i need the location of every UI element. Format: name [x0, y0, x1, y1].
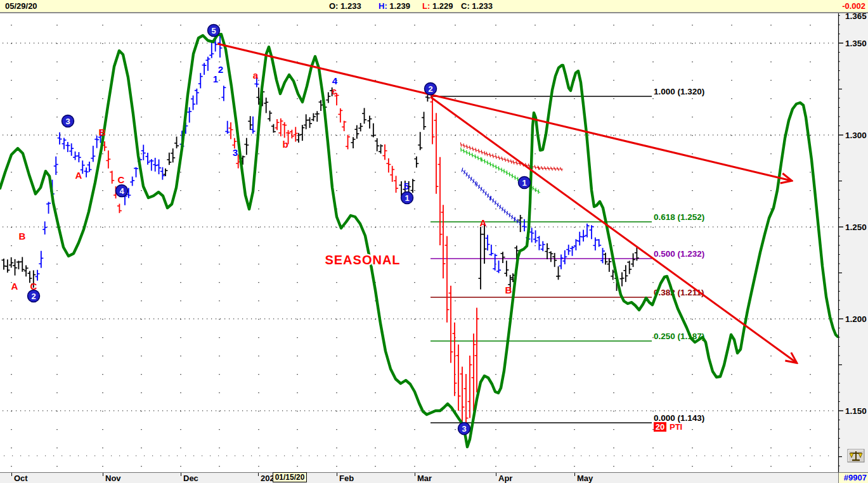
pti-value: 20	[656, 422, 664, 432]
month-label: Mar	[417, 473, 432, 483]
month-tick	[11, 473, 12, 476]
seasonal-label: SEASONAL	[325, 253, 400, 267]
month-label: Feb	[339, 473, 354, 483]
month-tick	[181, 473, 181, 476]
high-value: 1.239	[389, 1, 410, 11]
wave-letter: 1	[213, 74, 218, 84]
close-label: C:	[461, 1, 470, 11]
month-tick	[574, 473, 575, 476]
month-tick	[415, 473, 415, 476]
wave-letter: c	[332, 86, 337, 96]
month-label: Apr	[498, 473, 512, 483]
fib-label: 0.500 (1.232)	[654, 249, 704, 259]
price-tick-label: 1.300	[845, 131, 867, 140]
price-axis: 1.3501.3001.2501.2001.1501.365	[838, 11, 868, 472]
svg-text:4: 4	[119, 186, 124, 196]
top-bar: 05/29/20 O: 1.233 H: 1.239 L: 1.229 C: 1…	[0, 0, 868, 13]
svg-text:3: 3	[65, 117, 70, 126]
low-value: 1.229	[432, 1, 453, 11]
svg-text:2: 2	[31, 292, 36, 301]
svg-text:1: 1	[405, 193, 409, 203]
wave-letter: A	[480, 217, 487, 228]
wave-letter: A	[11, 281, 18, 292]
wave-letter: 3	[233, 147, 238, 158]
get-logo-button[interactable]	[848, 449, 864, 462]
wave-letter: 4	[332, 75, 338, 86]
wave-circle: 1	[519, 177, 531, 189]
crosshair-date-box[interactable]: 01/15/20	[273, 472, 307, 482]
high-label: H:	[379, 1, 387, 11]
wave-letter: B	[99, 127, 106, 138]
month-label: Nov	[105, 473, 121, 483]
wave-letter: B	[19, 231, 26, 242]
fib-label: 0.000 (1.143)	[654, 413, 704, 423]
wave-letter: b	[282, 139, 288, 150]
plot-background	[0, 13, 868, 472]
chart-window: 05/29/20 O: 1.233 H: 1.239 L: 1.229 C: 1…	[0, 0, 868, 483]
close-value: 1.233	[472, 1, 493, 11]
ohlc-low: L: 1.229	[422, 1, 453, 11]
open-label: O:	[329, 1, 338, 11]
month-label: Oct	[14, 473, 28, 483]
wave-letter: C	[118, 174, 125, 185]
pti-label: PTI	[670, 422, 682, 432]
price-tick-label: 1.350	[845, 39, 867, 48]
wave-circle: 2	[28, 290, 40, 302]
month-tick	[337, 473, 337, 476]
chart-canvas[interactable]: 1.000 (1.320)0.618 (1.252)0.500 (1.232)0…	[0, 0, 868, 483]
price-tick-label: 1.200	[845, 314, 867, 324]
ohlc-open: O: 1.233	[329, 1, 361, 11]
wave-letter: A	[75, 170, 82, 181]
cursor-date: 05/29/20	[5, 1, 37, 11]
wave-circle: 5	[208, 25, 220, 37]
net-change-value: -0.002	[842, 1, 865, 11]
price-tick-label: 1.250	[845, 222, 867, 232]
month-label: Dec	[183, 473, 198, 483]
wave-circle: 3	[62, 115, 74, 127]
low-label: L:	[422, 1, 430, 11]
fib-label: 0.618 (1.252)	[654, 212, 704, 222]
svg-text:2: 2	[428, 84, 432, 94]
ohlc-close: C: 1.233	[461, 1, 493, 11]
status-contract-panel: #9907	[838, 472, 868, 483]
svg-text:5: 5	[211, 26, 216, 35]
wave-circle: 2	[425, 83, 437, 95]
month-tick	[496, 473, 496, 476]
wave-circle: 3	[458, 423, 470, 435]
month-label: May	[577, 473, 593, 483]
contract-number: #9907	[844, 473, 867, 482]
price-tick-label: 1.150	[845, 406, 867, 416]
wave-circle: 1	[401, 192, 413, 204]
open-value: 1.233	[340, 1, 361, 11]
month-tick	[103, 473, 103, 476]
ohlc-high: H: 1.239	[379, 1, 410, 11]
fib-label: 1.000 (1.320)	[654, 87, 704, 96]
wave-letter: B	[505, 285, 512, 295]
month-tick	[258, 473, 259, 476]
svg-text:3: 3	[462, 424, 466, 434]
wave-letter: 5	[404, 181, 409, 191]
wave-circle: 4	[116, 185, 128, 197]
wave-letter: a	[253, 70, 259, 80]
svg-text:1: 1	[522, 178, 526, 188]
wave-letter: 2	[218, 64, 223, 75]
time-axis: OctNovDecFebMarAprMay2020	[0, 472, 838, 483]
